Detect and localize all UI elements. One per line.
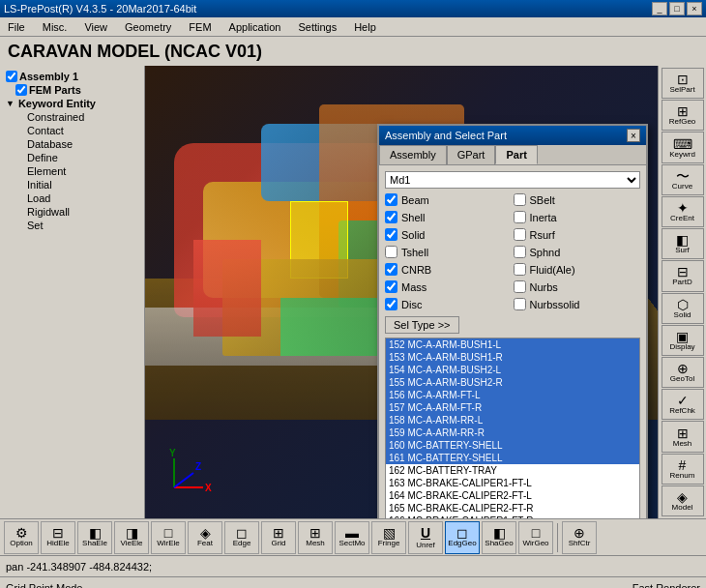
bot-edge[interactable]: ◻ Edge (224, 521, 259, 554)
bot-feat[interactable]: ◈ Feat (188, 521, 222, 554)
menu-geometry[interactable]: Geometry (121, 19, 175, 35)
toolbar-display[interactable]: ▣ Display (662, 325, 704, 356)
toolbar-solid[interactable]: ⬡ Solid (662, 293, 704, 324)
close-button[interactable]: × (687, 2, 702, 15)
bot-wirgeo[interactable]: □ WirGeo (518, 521, 553, 554)
tree-constrained[interactable]: Constrained (4, 110, 140, 124)
tree-element[interactable]: Element (4, 164, 140, 178)
inerta-checkbox[interactable] (514, 211, 526, 223)
list-item[interactable]: 158 MC-A-ARM-RR-L (386, 414, 639, 426)
tree-assembly1[interactable]: Assembly 1 (4, 70, 140, 83)
list-item[interactable]: 166 MC-BRAKE-CALIPER1-FT-R (386, 514, 639, 518)
toolbar-refgeo[interactable]: ⊞ RefGeo (662, 100, 704, 131)
bot-shaele[interactable]: ◧ ShaEle (77, 521, 112, 554)
list-item[interactable]: 153 MC-A-ARM-BUSH1-R (386, 351, 639, 364)
toolbar-mesh[interactable]: ⊞ Mesh (662, 421, 704, 452)
toolbar-refchk[interactable]: ✓ RefChk (662, 389, 704, 420)
bot-shageo[interactable]: ◧ ShaGeo (482, 521, 516, 554)
bot-hideele[interactable]: ⊟ HidEle (41, 521, 75, 554)
nurbssolid-checkbox[interactable] (514, 298, 526, 310)
bot-wirele[interactable]: □ WirEle (151, 521, 186, 554)
tree-fem-parts[interactable]: FEM Parts (4, 83, 140, 97)
toolbar-surf[interactable]: ◧ Surf (662, 228, 704, 259)
menu-application[interactable]: Application (225, 19, 285, 35)
rsurf-checkbox[interactable] (514, 228, 526, 241)
fluid-checkbox[interactable] (514, 263, 526, 276)
menu-misc[interactable]: Misc. (39, 19, 72, 35)
fem-parts-checkbox[interactable] (15, 84, 27, 96)
tree-contact[interactable]: Contact (4, 124, 140, 137)
mass-checkbox[interactable] (385, 280, 397, 293)
list-item[interactable]: 159 MC-A-ARM-RR-R (386, 426, 639, 439)
toolbar-curve[interactable]: 〜 Curve (662, 164, 704, 195)
window-controls[interactable]: _ □ × (652, 2, 702, 15)
tree-initial[interactable]: Initial (4, 178, 140, 191)
list-item[interactable]: 160 MC-BATTERY-SHELL (386, 439, 639, 452)
list-item[interactable]: 165 MC-BRAKE-CALIPER2-FT-R (386, 502, 639, 514)
list-item[interactable]: 164 MC-BRAKE-CALIPER2-FT-L (386, 489, 639, 502)
tab-assembly[interactable]: Assembly (379, 145, 447, 164)
menu-file[interactable]: File (4, 19, 29, 35)
minimize-button[interactable]: _ (652, 2, 667, 15)
bot-fringe[interactable]: ▧ Fringe (371, 521, 406, 554)
list-item[interactable]: 154 MC-A-ARM-BUSH2-L (386, 364, 639, 376)
list-item[interactable]: 155 MC-A-ARM-BUSH2-R (386, 376, 639, 389)
menu-view[interactable]: View (80, 19, 111, 35)
tab-part[interactable]: Part (495, 145, 537, 164)
tree-rigidwall[interactable]: Rigidwall (4, 205, 140, 219)
disc-checkbox[interactable] (385, 298, 397, 310)
tree-load[interactable]: Load (4, 191, 140, 205)
list-item[interactable]: 156 MC-A-ARM-FT-L (386, 389, 639, 401)
sel-type-row: Sel Type >> (385, 316, 640, 334)
cnrb-checkbox[interactable] (385, 263, 397, 276)
beam-checkbox[interactable] (385, 193, 397, 206)
toolbar-model[interactable]: ◈ Model (662, 485, 704, 516)
toolbar-renum[interactable]: # Renum (662, 454, 704, 485)
toolbar-geotol[interactable]: ⊕ GeoTol (662, 357, 704, 388)
list-item[interactable]: 162 MC-BATTERY-TRAY (386, 464, 639, 477)
tree-keyword-entity[interactable]: ▼ Keyword Entity (4, 97, 140, 110)
bot-shfctr[interactable]: ⊕ ShfCtr (562, 521, 597, 554)
tree-set[interactable]: Set (4, 219, 140, 232)
coord-bar: pan -241.348907 -484.824432; (0, 555, 706, 576)
toolbar-selpart[interactable]: ⊡ SelPart (662, 68, 704, 99)
menu-help[interactable]: Help (350, 19, 380, 35)
bot-mesh[interactable]: ⊞ Mesh (298, 521, 333, 554)
tab-gpart[interactable]: GPart (447, 145, 496, 164)
list-item[interactable]: 152 MC-A-ARM-BUSH1-L (386, 338, 639, 351)
bot-sectmo[interactable]: ▬ SectMo (335, 521, 369, 554)
md-select[interactable]: Md1 (385, 171, 640, 189)
bot-viele[interactable]: ◨ VieEle (114, 521, 149, 554)
sel-type-button[interactable]: Sel Type >> (385, 316, 459, 334)
bot-unref[interactable]: U Unref (408, 521, 443, 554)
toolbar-partd[interactable]: ⊟ PartD (662, 260, 704, 291)
sphnd-checkbox[interactable] (514, 246, 526, 258)
3d-viewport[interactable]: X Y Z Assembly and Select Part × Assembl… (145, 66, 658, 518)
toolbar-keywrd[interactable]: ⌨ Keywrd (662, 132, 704, 162)
nurbs-checkbox[interactable] (514, 280, 526, 293)
bot-option[interactable]: ⚙ Option (4, 521, 39, 554)
bot-grid[interactable]: ⊞ Grid (261, 521, 296, 554)
list-item[interactable]: 157 MC-A-ARM-FT-R (386, 401, 639, 414)
shell-checkbox[interactable] (385, 211, 397, 223)
menu-fem[interactable]: FEM (185, 19, 215, 35)
toolbar-creent[interactable]: ✦ CreEnt (662, 196, 704, 227)
maximize-button[interactable]: □ (669, 2, 685, 15)
svg-text:Y: Y (169, 449, 176, 458)
tree-define[interactable]: Define (4, 151, 140, 164)
menu-settings[interactable]: Settings (294, 19, 340, 35)
checkbox-sbelt: SBelt (514, 193, 641, 206)
list-item[interactable]: 163 MC-BRAKE-CALIPER1-FT-L (386, 477, 639, 489)
sbelt-checkbox[interactable] (514, 193, 526, 206)
checkbox-group: Beam SBelt Shell Inerta (385, 191, 640, 312)
tshell-checkbox[interactable] (385, 246, 397, 258)
list-item[interactable]: 161 MC-BATTERY-SHELL (386, 452, 639, 464)
bot-edggeo[interactable]: ◻ EdgGeo (445, 521, 480, 554)
parts-list[interactable]: 152 MC-A-ARM-BUSH1-L153 MC-A-ARM-BUSH1-R… (385, 338, 640, 518)
status-right: Fast Renderer (632, 582, 700, 589)
assembly-select-part-dialog[interactable]: Assembly and Select Part × Assembly GPar… (377, 124, 648, 518)
solid-checkbox[interactable] (385, 228, 397, 241)
tree-database[interactable]: Database (4, 137, 140, 151)
dialog-close-button[interactable]: × (627, 129, 640, 142)
assembly1-checkbox[interactable] (6, 71, 17, 82)
